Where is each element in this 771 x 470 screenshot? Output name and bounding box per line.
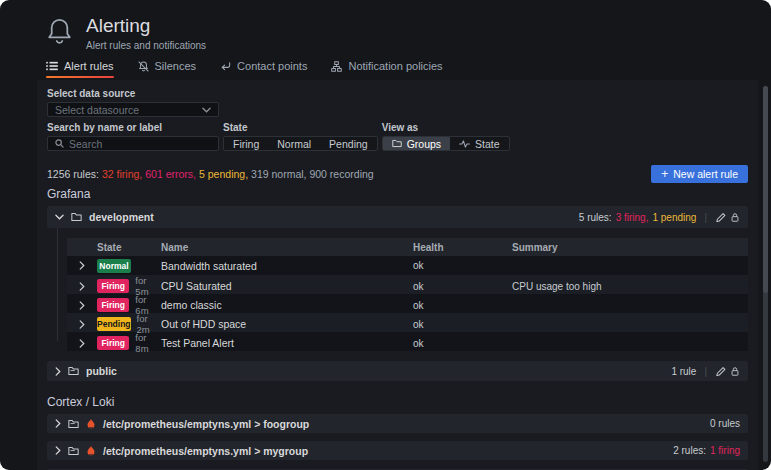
chevron-right-icon[interactable]	[67, 339, 97, 348]
new-alert-rule-button[interactable]: + New alert rule	[651, 165, 748, 183]
rule-health: ok	[413, 319, 512, 330]
tab-silences[interactable]: Silences	[138, 60, 197, 81]
tab-label: Silences	[155, 60, 197, 72]
state-filter-pending[interactable]: Pending	[320, 137, 377, 150]
group-meta: 5 rules: 3 firing, 1 pending |	[579, 212, 740, 223]
chevron-right-icon[interactable]	[67, 261, 97, 270]
rules-summary: 1256 rules: 32 firing, 601 errors, 5 pen…	[47, 168, 374, 180]
group-mygroup[interactable]: /etc/prometheus/emptyns.yml > mygroup 2 …	[47, 441, 748, 460]
group-foogroup[interactable]: /etc/prometheus/emptyns.yml > foogroup 0…	[47, 414, 748, 433]
state-filter-firing[interactable]: Firing	[224, 137, 268, 150]
group-rule-count: 2 rules:	[673, 445, 706, 456]
rule-name: CPU Saturated	[161, 280, 413, 292]
state-badge: Pending	[97, 317, 131, 331]
tab-label: Alert rules	[64, 60, 114, 72]
tab-bar: Alert rules Silences Contact points	[46, 60, 771, 81]
state-badge: Firing	[97, 279, 129, 293]
view-as-group: Groups State	[382, 136, 510, 151]
group-firing-count: 1 firing	[710, 445, 740, 456]
tab-contact-points[interactable]: Contact points	[220, 60, 307, 81]
table-row[interactable]: Firing for 8m Test Panel Alert ok	[67, 332, 748, 351]
lock-icon[interactable]	[730, 212, 740, 223]
chevron-right-icon[interactable]	[67, 301, 97, 310]
state-badge: Normal	[97, 259, 131, 273]
summary-firing: 32 firing,	[102, 168, 142, 180]
view-as-state-button[interactable]: State	[450, 137, 509, 150]
summary-total: 1256 rules:	[47, 168, 99, 180]
folder-icon	[392, 139, 402, 148]
tab-label: Notification policies	[348, 60, 442, 72]
rule-name: Bandwidth saturated	[161, 260, 413, 272]
datasource-select[interactable]: Select datasource	[47, 102, 219, 117]
table-row[interactable]: Pending for 2m Out of HDD space ok	[67, 313, 748, 332]
table-row[interactable]: Normal Bandwidth saturated ok	[67, 256, 748, 275]
search-input[interactable]	[69, 138, 211, 150]
divider: |	[704, 366, 707, 377]
datasource-select-value: Select datasource	[55, 104, 139, 116]
rule-health: ok	[413, 300, 512, 311]
folder-icon	[71, 212, 82, 222]
folder-icon	[68, 446, 79, 456]
col-health: Health	[413, 242, 512, 253]
col-summary: Summary	[512, 242, 748, 253]
table-row[interactable]: Firing for 5m CPU Saturated ok CPU usage…	[67, 275, 748, 294]
rule-name: Out of HDD space	[161, 318, 413, 330]
pulse-icon	[459, 140, 470, 148]
view-as-state-label: State	[475, 138, 500, 150]
tab-label: Contact points	[237, 60, 307, 72]
summary-rest: 319 normal, 900 recording	[251, 168, 374, 180]
scrollbar[interactable]	[763, 86, 768, 462]
bell-slash-icon	[138, 61, 149, 72]
rule-health: ok	[413, 338, 512, 349]
page-header: Alerting Alert rules and notifications	[0, 0, 771, 51]
divider: |	[704, 212, 707, 223]
stats-row: 1256 rules: 32 firing, 601 errors, 5 pen…	[47, 165, 748, 183]
new-alert-rule-label: New alert rule	[673, 168, 738, 180]
chevron-right-icon[interactable]	[55, 419, 61, 428]
state-filter-normal[interactable]: Normal	[268, 137, 320, 150]
rule-health: ok	[413, 260, 512, 271]
state-filter-group: Firing Normal Pending	[223, 136, 378, 151]
table-row[interactable]: Firing for 6m demo classic ok	[67, 294, 748, 313]
corner-arrow-icon	[220, 61, 231, 72]
rule-summary: CPU usage too high	[512, 281, 748, 292]
view-as-groups-label: Groups	[407, 138, 441, 150]
group-development[interactable]: development 5 rules: 3 firing, 1 pending…	[47, 206, 748, 228]
state-filter-label: State	[223, 122, 378, 133]
section-grafana: Grafana	[47, 187, 748, 201]
chevron-right-icon[interactable]	[67, 320, 97, 329]
rule-health: ok	[413, 281, 512, 292]
lock-icon[interactable]	[730, 366, 740, 377]
chevron-right-icon[interactable]	[55, 446, 61, 455]
group-pending-count: 1 pending	[652, 212, 696, 223]
chevron-right-icon[interactable]	[55, 367, 61, 376]
edit-icon[interactable]	[715, 366, 726, 377]
search-icon	[55, 139, 64, 148]
rule-name: demo classic	[161, 299, 413, 311]
plus-icon: +	[661, 168, 668, 180]
scrollbar-thumb[interactable]	[763, 86, 768, 293]
group-rule-count: 5 rules:	[579, 212, 612, 223]
tab-notification-policies[interactable]: Notification policies	[331, 60, 442, 81]
state-duration: for 8m	[135, 332, 161, 354]
rule-name: Test Panel Alert	[161, 337, 413, 349]
alerting-page: Alerting Alert rules and notifications A…	[0, 0, 771, 470]
col-name: Name	[161, 242, 413, 253]
section-cortex-loki: Cortex / Loki	[47, 395, 748, 409]
col-state: State	[97, 242, 161, 253]
summary-pending: 5 pending,	[199, 168, 248, 180]
group-name: development	[89, 211, 154, 223]
edit-icon[interactable]	[715, 212, 726, 223]
tab-alert-rules[interactable]: Alert rules	[46, 60, 114, 81]
chevron-right-icon[interactable]	[67, 282, 97, 291]
group-meta: 1 rule |	[671, 366, 740, 377]
chevron-down-icon[interactable]	[55, 214, 64, 220]
rules-table: State Name Health Summary Normal Bandwid…	[67, 238, 748, 351]
group-public[interactable]: public 1 rule |	[47, 361, 748, 381]
search-label: Search by name or label	[47, 122, 219, 133]
group-rule-count: 1 rule	[671, 366, 696, 377]
list-icon	[46, 61, 58, 71]
group-name: /etc/prometheus/emptyns.yml > mygroup	[103, 445, 308, 457]
view-as-groups-button[interactable]: Groups	[383, 137, 450, 150]
chevron-down-icon	[202, 107, 211, 113]
